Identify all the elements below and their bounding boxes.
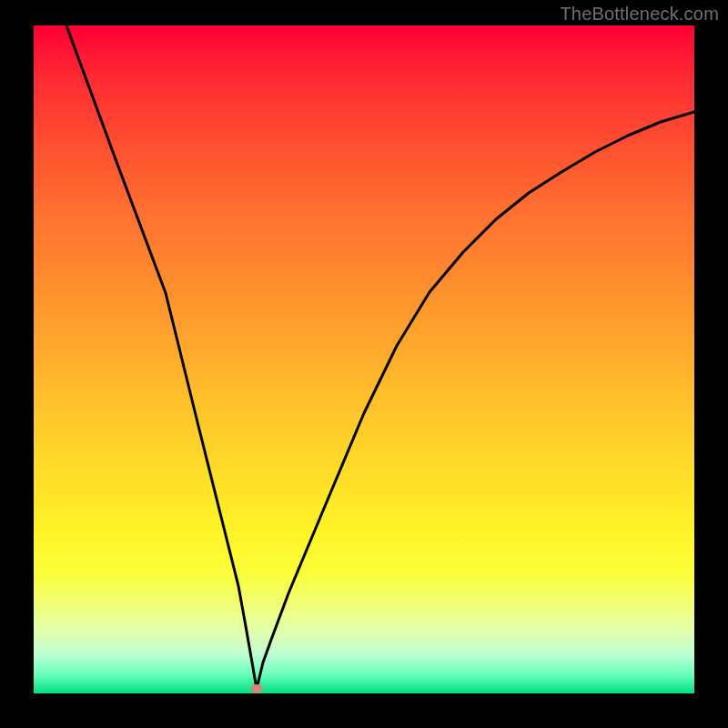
curve-svg <box>34 25 694 693</box>
plot-area <box>34 25 694 693</box>
bottleneck-curve <box>66 25 694 689</box>
min-point-marker <box>250 684 263 693</box>
watermark-text: TheBottleneck.com <box>560 4 719 25</box>
